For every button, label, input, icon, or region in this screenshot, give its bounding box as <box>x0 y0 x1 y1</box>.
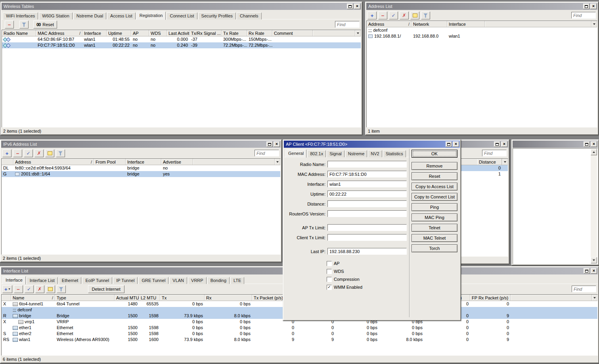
tab-w60g-station[interactable]: W60G Station <box>39 12 72 19</box>
col-address[interactable]: Address/ <box>367 21 411 27</box>
disable-button[interactable]: ✗ <box>400 11 409 19</box>
col-tx[interactable]: Tx <box>160 295 205 301</box>
tab-vlan[interactable]: VLAN <box>169 277 187 284</box>
column-select-button[interactable] <box>502 159 508 165</box>
titlebar[interactable]: IPv6 Address List × <box>1 141 281 148</box>
close-button[interactable]: × <box>501 141 507 147</box>
remove-button[interactable]: Remove <box>411 162 457 170</box>
remove-button[interactable]: − <box>13 149 22 157</box>
find-input[interactable] <box>572 286 596 292</box>
telnet-button[interactable]: Telnet <box>411 224 457 232</box>
col-name[interactable]: Name/ <box>11 295 55 301</box>
detect-internet-button[interactable]: Detect Internet <box>88 285 124 293</box>
column-select-button[interactable] <box>274 159 280 165</box>
tab-lte[interactable]: LTE <box>230 277 244 284</box>
restore-button[interactable] <box>584 141 590 147</box>
add-button[interactable]: +▾ <box>2 285 12 293</box>
ap-checkbox[interactable] <box>327 261 332 266</box>
compression-checkbox-row[interactable]: Compression <box>327 276 360 282</box>
registration-row[interactable]: F0:C7:7F:18:51:D0 wlan1 00:22:22 no no 0… <box>2 42 361 48</box>
add-button[interactable]: + <box>2 149 11 157</box>
tab-ip-tunnel[interactable]: IP Tunnel <box>113 277 138 284</box>
restore-button[interactable] <box>584 268 590 274</box>
interface-row[interactable]: ether1 Ethernet 1500 1598 0 bps 0 bps 0 … <box>2 325 597 331</box>
scroll-track[interactable] <box>591 155 597 257</box>
tab-nstreme[interactable]: Nstreme <box>345 150 367 157</box>
enable-button[interactable]: ✓ <box>389 11 398 19</box>
torch-button[interactable]: Torch <box>411 244 457 252</box>
comment-button[interactable] <box>46 285 55 293</box>
close-button[interactable]: × <box>590 4 597 9</box>
filter-button[interactable] <box>19 21 29 29</box>
tab-nv2[interactable]: NV2 <box>368 150 382 157</box>
wds-checkbox[interactable] <box>327 269 332 274</box>
tab-registration[interactable]: Registration <box>136 11 166 20</box>
remove-button[interactable]: − <box>14 285 23 293</box>
ipv6-address-row[interactable]: G 2001:db8::1/64 bridge yes <box>2 171 280 177</box>
col-l2-mtu[interactable]: L2 MTU <box>139 295 160 301</box>
ap-checkbox-row[interactable]: AP <box>327 261 340 266</box>
comment-button[interactable] <box>410 11 419 19</box>
close-button[interactable]: × <box>591 141 597 147</box>
tab-wifi-interfaces[interactable]: WiFi Interfaces <box>3 12 38 19</box>
tab-signal[interactable]: Signal <box>327 150 344 157</box>
titlebar[interactable]: AP Client <F0:C7:7F:18:51:D0> × <box>284 141 460 148</box>
col-wds[interactable]: WDS <box>149 30 167 36</box>
col-signal[interactable]: Tx/Rx Signal ... <box>189 30 222 36</box>
column-select-button[interactable] <box>591 295 597 301</box>
col-interface[interactable]: Interface <box>82 30 107 36</box>
interface-input[interactable] <box>327 181 407 187</box>
close-button[interactable]: × <box>453 141 459 147</box>
filter-button[interactable] <box>57 285 66 293</box>
add-button[interactable]: + <box>367 11 377 19</box>
mac-address-input[interactable] <box>327 171 407 177</box>
filter-button[interactable] <box>421 11 430 19</box>
last-ip-input[interactable] <box>327 248 407 255</box>
radio-name-input[interactable] <box>327 161 407 168</box>
restore-button[interactable] <box>446 141 452 147</box>
col-actual-mtu[interactable]: Actual MTU <box>115 295 139 301</box>
tab-access-list[interactable]: Access List <box>107 12 136 19</box>
col-flags[interactable] <box>2 295 11 301</box>
tab-general[interactable]: General <box>285 149 306 158</box>
tab-interface[interactable]: Interface <box>2 276 26 284</box>
vertical-scrollbar[interactable] <box>591 149 597 263</box>
col-interface[interactable]: Interface <box>447 21 485 27</box>
col-tx-rate[interactable]: Tx Rate <box>222 30 247 36</box>
col-comment[interactable]: Comment <box>272 30 313 36</box>
tab-ethernet[interactable]: Ethernet <box>59 277 82 284</box>
tab-bonding[interactable]: Bonding <box>207 277 230 284</box>
close-button[interactable]: × <box>354 4 360 9</box>
col-from-pool[interactable]: From Pool <box>94 159 126 165</box>
routeros-version-input[interactable] <box>327 210 407 217</box>
find-input[interactable] <box>335 21 360 28</box>
find-input[interactable] <box>482 150 507 156</box>
col-type[interactable]: Type <box>55 295 115 301</box>
tab-interface-list[interactable]: Interface List <box>27 277 58 284</box>
comment-row[interactable]: ;;; defconf <box>367 27 597 33</box>
tab-statistics[interactable]: Statistics <box>383 150 406 157</box>
ipv6-address-row[interactable]: DL fe80::ce2d:e0ff:fee4:5993/64 bridge n… <box>2 165 280 171</box>
reset-button[interactable]: 00Reset <box>33 21 57 29</box>
ap-tx-limit-input[interactable] <box>327 224 407 231</box>
scroll-down-button[interactable] <box>591 257 597 263</box>
tab-nstreme-dual[interactable]: Nstreme Dual <box>73 12 106 19</box>
disable-button[interactable]: ✗ <box>35 285 44 293</box>
ping-button[interactable]: Ping <box>411 203 457 211</box>
col-mac-address[interactable]: MAC Address/ <box>36 30 82 36</box>
col-flags[interactable] <box>2 159 13 165</box>
col-network[interactable]: Network <box>411 21 447 27</box>
restore-button[interactable] <box>347 4 353 9</box>
mac-ping-button[interactable]: MAC Ping <box>411 213 457 221</box>
distance-input[interactable] <box>327 200 407 207</box>
ok-button[interactable]: OK <box>411 150 457 158</box>
tab-vrrp[interactable]: VRRP <box>188 277 207 284</box>
remove-button[interactable]: − <box>5 21 14 29</box>
tab-connect-list[interactable]: Connect List <box>166 12 197 19</box>
find-input[interactable] <box>571 12 596 19</box>
wmm-enabled-checkbox-row[interactable]: ✓ WMM Enabled <box>327 284 362 290</box>
find-input[interactable] <box>255 150 279 156</box>
registration-row[interactable]: 64:5D:86:6F:10:B7 wlan1 01:48:55 no no 0… <box>2 36 361 42</box>
interface-row[interactable]: S ether2 Ethernet 1500 1598 0 bps 0 bps … <box>2 331 597 337</box>
col-address[interactable]: Address/ <box>13 159 94 165</box>
